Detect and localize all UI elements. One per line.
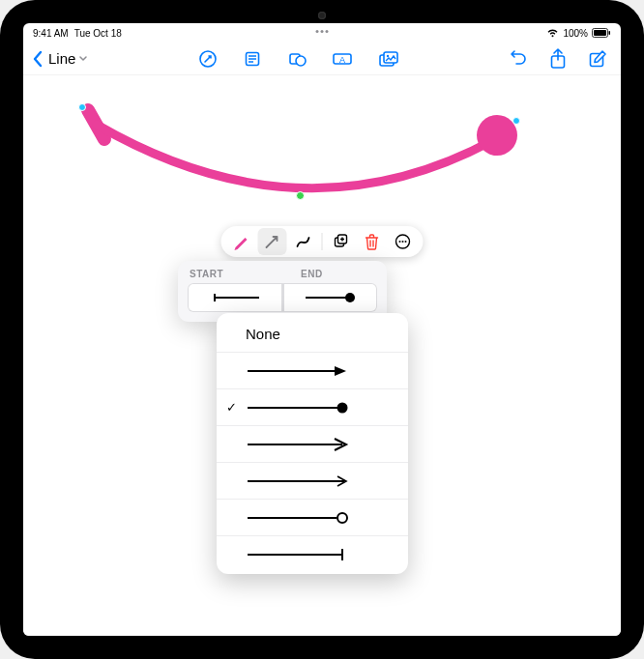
svg-rect-1 bbox=[594, 30, 606, 36]
endpoint-tab-start[interactable]: START bbox=[190, 269, 223, 279]
handle-end[interactable] bbox=[512, 117, 520, 125]
toolbar-divider bbox=[322, 233, 323, 250]
shape-tool-button[interactable] bbox=[287, 49, 307, 69]
media-tool-button[interactable] bbox=[378, 49, 399, 69]
end-style-option-arrow-filled[interactable] bbox=[217, 352, 408, 388]
status-time: 9:41 AM bbox=[33, 28, 69, 39]
pen-style-button[interactable] bbox=[227, 228, 256, 255]
handle-start[interactable] bbox=[78, 103, 86, 111]
svg-rect-13 bbox=[384, 52, 397, 63]
svg-rect-2 bbox=[609, 31, 611, 35]
svg-point-22 bbox=[399, 241, 401, 243]
end-style-option-arrow-open[interactable] bbox=[217, 425, 408, 462]
svg-point-28 bbox=[345, 293, 355, 302]
textbox-tool-button[interactable]: A bbox=[332, 49, 353, 69]
svg-point-31 bbox=[337, 402, 348, 413]
arrow-style-button[interactable] bbox=[258, 228, 287, 255]
svg-point-18 bbox=[477, 115, 517, 156]
device-camera bbox=[318, 12, 326, 19]
drawing-canvas[interactable]: START END None bbox=[23, 75, 621, 636]
svg-line-17 bbox=[88, 110, 104, 139]
svg-point-24 bbox=[405, 241, 407, 243]
navigation-bar: Line A bbox=[23, 43, 621, 75]
svg-point-23 bbox=[402, 241, 404, 243]
more-button[interactable] bbox=[389, 228, 418, 255]
delete-button[interactable] bbox=[358, 228, 387, 255]
checkmark-icon: ✓ bbox=[226, 400, 237, 415]
battery-percent: 100% bbox=[563, 28, 588, 39]
shape-edit-toolbar bbox=[221, 226, 424, 257]
end-style-menu: None ✓ bbox=[217, 313, 408, 574]
handle-mid[interactable] bbox=[296, 191, 305, 200]
markup-tool-button[interactable] bbox=[198, 49, 218, 69]
end-style-option-bar[interactable] bbox=[217, 535, 408, 572]
status-handle bbox=[316, 30, 329, 33]
svg-point-35 bbox=[337, 513, 347, 523]
undo-button[interactable] bbox=[509, 49, 528, 69]
back-button[interactable] bbox=[31, 49, 44, 69]
compose-button[interactable] bbox=[588, 49, 607, 69]
duplicate-button[interactable] bbox=[327, 228, 356, 255]
endpoint-start-preview[interactable] bbox=[188, 283, 282, 312]
endpoint-end-preview[interactable] bbox=[282, 283, 378, 312]
svg-point-14 bbox=[387, 54, 389, 56]
svg-text:A: A bbox=[339, 55, 345, 65]
curve-style-button[interactable] bbox=[289, 228, 318, 255]
end-style-option-ball[interactable]: ✓ bbox=[217, 388, 408, 425]
endpoint-tab-end[interactable]: END bbox=[301, 269, 323, 279]
wifi-icon bbox=[546, 28, 559, 38]
svg-point-9 bbox=[296, 56, 306, 66]
status-bar: 9:41 AM Tue Oct 18 100% bbox=[23, 23, 621, 43]
document-title[interactable]: Line bbox=[48, 50, 75, 67]
chevron-down-icon[interactable] bbox=[77, 50, 89, 68]
status-date: Tue Oct 18 bbox=[74, 28, 122, 39]
end-style-option-arrow-thin[interactable] bbox=[217, 462, 408, 499]
share-button[interactable] bbox=[549, 48, 567, 70]
battery-icon bbox=[592, 28, 611, 38]
end-style-option-circle-open[interactable] bbox=[217, 499, 408, 535]
end-style-option-none[interactable]: None bbox=[217, 315, 408, 352]
note-tool-button[interactable] bbox=[243, 49, 262, 69]
